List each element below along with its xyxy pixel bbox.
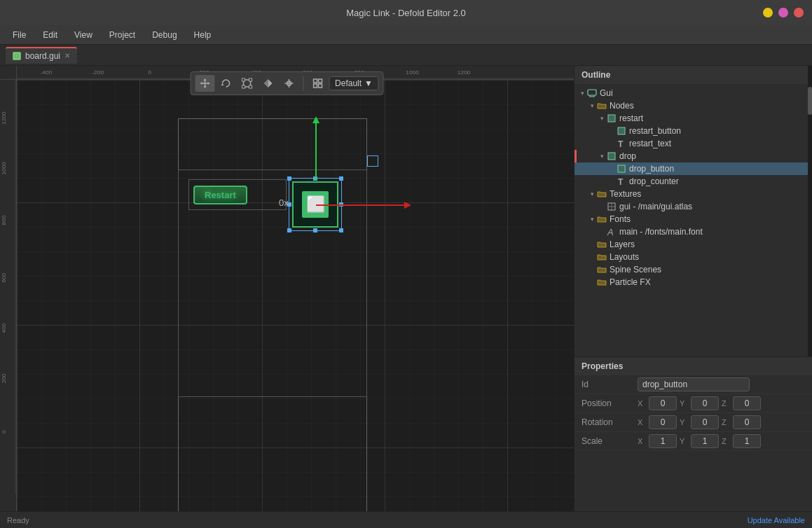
tree-arrow-restart[interactable]: ▾ xyxy=(598,115,605,122)
tree-item-restart[interactable]: ▾restart xyxy=(574,112,812,125)
x-axis-line xyxy=(316,204,406,206)
svg-text:400: 400 xyxy=(1,323,7,333)
position-x-input[interactable] xyxy=(649,396,677,410)
tree-label-textures: Textures xyxy=(610,189,641,199)
pan-tool-button[interactable] xyxy=(279,75,298,92)
property-position-label: Position xyxy=(582,398,638,408)
layout-dropdown-arrow: ▼ xyxy=(364,78,373,88)
rotation-x-label: X xyxy=(638,418,646,426)
status-text: Ready xyxy=(7,516,29,524)
tree-item-gui_atlas[interactable]: gui - /main/gui.atlas xyxy=(574,200,812,213)
tree-arrow-drop[interactable]: ▾ xyxy=(598,153,605,160)
rotate-tool-button[interactable] xyxy=(216,75,235,92)
tree-arrow-gui[interactable]: ▾ xyxy=(579,90,586,97)
tree-arrow-fonts[interactable]: ▾ xyxy=(589,216,596,223)
svg-text:1200: 1200 xyxy=(457,70,471,76)
tree-icon-drop_counter: T xyxy=(617,176,626,186)
rotation-x-input[interactable] xyxy=(649,415,677,429)
scale-tool-button[interactable] xyxy=(237,75,256,92)
rotation-z-input[interactable] xyxy=(733,415,761,429)
menu-edit[interactable]: Edit xyxy=(36,28,64,42)
tree-item-drop[interactable]: ▾drop xyxy=(574,150,812,162)
scale-x-label: X xyxy=(638,437,646,445)
svg-rect-19 xyxy=(318,79,322,83)
fullscreen-button[interactable] xyxy=(778,8,788,18)
tree-icon-nodes xyxy=(597,101,607,111)
flip-tool-button[interactable] xyxy=(258,75,277,92)
tree-item-drop_counter[interactable]: Tdrop_counter xyxy=(574,175,812,188)
rotation-y-input[interactable] xyxy=(691,415,719,429)
tab-close-button[interactable]: ✕ xyxy=(64,52,70,60)
position-y-label: Y xyxy=(680,399,688,408)
rotation-z-label: Z xyxy=(722,418,730,426)
tree-label-main_font: main - /fonts/main.font xyxy=(619,227,703,237)
ruler-vertical: 1200 1000 800 600 400 200 0 xyxy=(0,80,17,511)
property-id-input[interactable] xyxy=(638,377,750,391)
right-panel: Outline ▾Gui▾Nodes▾restartrestart_button… xyxy=(574,66,812,511)
outline-scrollbar-thumb[interactable] xyxy=(808,87,812,115)
position-y-input[interactable] xyxy=(691,396,719,410)
property-id-value xyxy=(638,377,805,391)
tree-item-restart_button[interactable]: restart_button xyxy=(574,125,812,137)
update-link[interactable]: Update Available xyxy=(748,516,805,524)
tree-item-particle_fx[interactable]: Particle FX xyxy=(574,276,812,289)
main-layout: Default ▼ -400 -200 0 200 400 600 800 10… xyxy=(0,66,812,511)
minimize-button[interactable] xyxy=(763,8,773,18)
tree-icon-restart_button xyxy=(617,126,626,136)
position-z-input[interactable] xyxy=(733,396,761,410)
tree-icon-restart xyxy=(607,113,617,123)
move-tool-button[interactable] xyxy=(195,75,214,92)
scale-y-input[interactable] xyxy=(691,434,719,448)
property-id-row: Id xyxy=(574,375,812,394)
tree-item-layers[interactable]: Layers xyxy=(574,238,812,251)
menu-file[interactable]: File xyxy=(6,28,33,42)
tree-label-particle_fx: Particle FX xyxy=(610,277,651,287)
scale-x-input[interactable] xyxy=(649,434,677,448)
tree-label-drop_counter: drop_counter xyxy=(629,176,679,186)
layout-label: Default xyxy=(335,78,362,88)
menu-project[interactable]: Project xyxy=(102,28,142,42)
tree-item-fonts[interactable]: ▾Fonts xyxy=(574,213,812,225)
outline-tree: ▾Gui▾Nodes▾restartrestart_buttonTrestart… xyxy=(574,84,812,291)
layout-icon-button[interactable] xyxy=(308,75,327,92)
drop-panel xyxy=(178,169,367,397)
tree-arrow-textures[interactable]: ▾ xyxy=(589,190,596,197)
close-button[interactable] xyxy=(794,8,804,18)
svg-text:-200: -200 xyxy=(92,70,104,76)
tree-item-gui[interactable]: ▾Gui xyxy=(574,87,812,99)
svg-text:200: 200 xyxy=(1,373,7,383)
svg-rect-12 xyxy=(249,78,252,81)
tree-arrow-nodes[interactable]: ▾ xyxy=(589,102,596,109)
y-axis-line xyxy=(315,122,317,181)
tree-item-textures[interactable]: ▾Textures xyxy=(574,188,812,200)
tree-item-drop_button[interactable]: drop_button xyxy=(574,162,812,175)
menu-view[interactable]: View xyxy=(67,28,99,42)
tree-label-spine_scenes: Spine Scenes xyxy=(610,265,661,275)
svg-text:A: A xyxy=(607,227,614,237)
svg-rect-50 xyxy=(608,153,615,160)
svg-rect-18 xyxy=(313,79,317,83)
tree-label-restart: restart xyxy=(619,113,643,123)
layout-dropdown[interactable]: Default ▼ xyxy=(329,76,379,90)
scale-z-input[interactable] xyxy=(733,434,761,448)
property-rotation-xyz: X Y Z xyxy=(638,415,805,429)
tree-item-main_font[interactable]: Amain - /fonts/main.font xyxy=(574,225,812,238)
tree-item-layouts[interactable]: Layouts xyxy=(574,251,812,263)
tree-icon-restart_text: T xyxy=(617,139,626,148)
canvas-area[interactable]: Default ▼ -400 -200 0 200 400 600 800 10… xyxy=(0,66,574,511)
outline-scrollbar[interactable] xyxy=(808,66,812,356)
property-position-row: Position X Y Z xyxy=(574,394,812,413)
tree-icon-gui_atlas xyxy=(607,202,617,211)
canvas-viewport[interactable]: Restart ⬜ 0x xyxy=(17,80,574,511)
tab-board-gui[interactable]: board.gui ✕ xyxy=(6,47,77,64)
tree-item-spine_scenes[interactable]: Spine Scenes xyxy=(574,263,812,276)
tree-label-gui_atlas: gui - /main/gui.atlas xyxy=(619,202,692,211)
tree-icon-layouts xyxy=(597,252,607,262)
window-controls xyxy=(763,8,804,18)
menu-help[interactable]: Help xyxy=(187,28,219,42)
menu-debug[interactable]: Debug xyxy=(145,28,184,42)
tree-item-restart_text[interactable]: Trestart_text xyxy=(574,137,812,150)
gui-file-icon xyxy=(13,52,21,60)
tree-item-nodes[interactable]: ▾Nodes xyxy=(574,99,812,112)
tabbar: board.gui ✕ xyxy=(0,45,812,66)
